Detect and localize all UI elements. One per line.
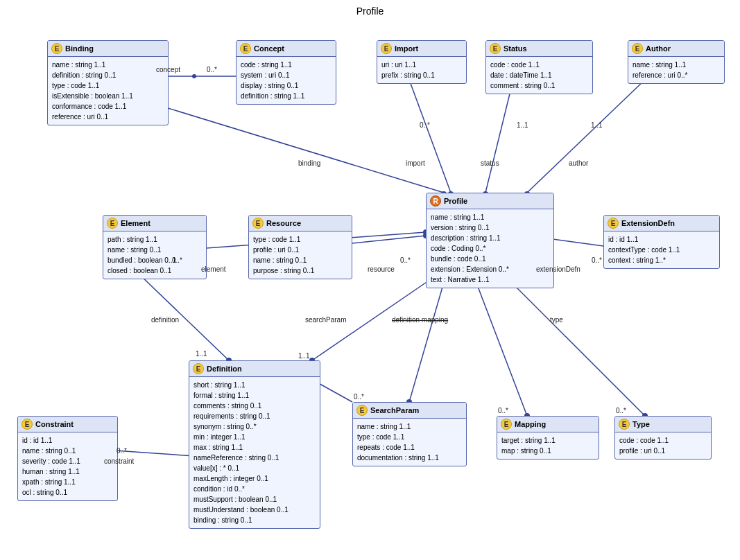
- profile-header: R Profile: [427, 193, 553, 209]
- status-11-label: 1..1: [517, 121, 528, 129]
- resource-header: E Resource: [249, 216, 352, 231]
- svg-line-8: [527, 80, 645, 193]
- binding-label: binding: [298, 159, 320, 167]
- mapping-header: E Mapping: [497, 417, 599, 432]
- author-box: E Author name : string 1..1 reference : …: [628, 40, 725, 84]
- field: profile : uri 0..1: [253, 245, 347, 255]
- field: short : string 1..1: [193, 380, 316, 390]
- status-body: code : code 1..1 date : dateTime 1..1 co…: [486, 57, 592, 94]
- field: bundle : code 0..1: [431, 254, 549, 264]
- svg-line-4: [409, 80, 451, 193]
- svg-line-22: [472, 270, 527, 416]
- searchparam-body: name : string 1..1 type : code 1..1 repe…: [353, 419, 466, 466]
- binding-title: Binding: [65, 44, 94, 53]
- constraint-label: constraint: [104, 457, 134, 465]
- field: code : string 1..1: [241, 60, 332, 70]
- import-body: uri : uri 1..1 prefix : string 0..1: [377, 57, 466, 83]
- field: isExtensible : boolean 1..1: [52, 91, 164, 101]
- field: text : Narrative 1..1: [431, 274, 549, 285]
- field: nameReference : string 0..1: [193, 453, 316, 463]
- field: context : string 1..*: [608, 255, 715, 265]
- defmap-label: definition mapping: [392, 316, 448, 324]
- author-header: E Author: [628, 41, 724, 57]
- field: type : code 1..1: [253, 234, 347, 245]
- status-header: E Status: [486, 41, 592, 57]
- type-mult-label: 0..*: [616, 407, 626, 414]
- definition-icon: E: [193, 363, 204, 374]
- element-header: E Element: [103, 216, 206, 231]
- field: requirements : string 0..1: [193, 411, 316, 421]
- resource-mult-label: 0..*: [400, 256, 411, 264]
- field: human : string 1..1: [22, 466, 113, 477]
- type-header: E Type: [615, 417, 711, 432]
- profile-body: name : string 1..1 version : string 0..1…: [427, 209, 553, 288]
- constraint-box: E Constraint id : id 1..1 name : string …: [17, 416, 118, 501]
- binding-box: E Binding name : string 1..1 definition …: [47, 40, 169, 125]
- field: ocl : string 0..1: [22, 487, 113, 498]
- mapping-box: E Mapping target : string 1..1 map : str…: [497, 416, 599, 460]
- field: name : string 0..1: [253, 255, 347, 265]
- field: documentation : string 1..1: [357, 453, 462, 463]
- svg-point-3: [192, 74, 196, 78]
- definition-body: short : string 1..1 formal : string 1..1…: [189, 377, 320, 528]
- field: name : string 1..1: [633, 60, 720, 70]
- field: date : dateTime 1..1: [490, 70, 588, 80]
- page-title: Profile: [0, 0, 740, 17]
- searchparam-box: E SearchParam name : string 1..1 type : …: [352, 402, 467, 466]
- extensiondefn-mult-label: 0..*: [592, 256, 602, 264]
- field: display : string 0..1: [241, 80, 332, 91]
- element-title: Element: [121, 219, 150, 227]
- field: severity : code 1..1: [22, 456, 113, 466]
- concept-box: E Concept code : string 1..1 system : ur…: [236, 40, 336, 105]
- element-label: element: [201, 265, 226, 273]
- field: synonym : string 0..*: [193, 421, 316, 432]
- element-mult-label: 0..*: [172, 256, 182, 264]
- author-icon: E: [632, 43, 643, 54]
- field: reference : uri 0..1: [52, 112, 164, 122]
- mapping-title: Mapping: [515, 420, 546, 428]
- field: xpath : string 1..1: [22, 477, 113, 487]
- svg-line-24: [499, 270, 645, 416]
- import-title: Import: [395, 44, 418, 53]
- profile-title: Profile: [444, 197, 467, 205]
- field: id : id 1..1: [22, 435, 113, 446]
- field: name : string 1..1: [431, 212, 549, 222]
- import-header: E Import: [377, 41, 466, 57]
- field: mustUnderstand : boolean 0..1: [193, 505, 316, 515]
- constraint-icon: E: [21, 419, 33, 430]
- import-11-label: 0..*: [420, 121, 430, 129]
- concept-icon: E: [240, 43, 251, 54]
- constraint-title: Constraint: [35, 420, 74, 428]
- extensiondefn-box: E ExtensionDefn id : id 1..1 contextType…: [603, 215, 720, 269]
- mapping-icon: E: [501, 419, 512, 430]
- import-label: import: [406, 159, 425, 167]
- field: code : Coding 0..*: [431, 243, 549, 254]
- definition-header: E Definition: [189, 361, 320, 377]
- author-label: author: [569, 159, 588, 167]
- field: mustSupport : boolean 0..1: [193, 494, 316, 505]
- constraint-mult-label: 0..*: [117, 447, 127, 455]
- field: comments : string 0..1: [193, 401, 316, 411]
- field: closed : boolean 0..1: [107, 265, 202, 276]
- field: definition : string 1..1: [241, 91, 332, 101]
- svg-line-18: [312, 270, 444, 360]
- field: system : uri 0..1: [241, 70, 332, 80]
- status-label: status: [481, 159, 499, 167]
- type-title: Type: [633, 420, 650, 428]
- concept-mult-label: 0..*: [207, 66, 217, 73]
- searchparam-icon: E: [356, 405, 368, 416]
- status-icon: E: [490, 43, 501, 54]
- author-body: name : string 1..1 reference : uri 0..*: [628, 57, 724, 83]
- field: name : string 0..1: [107, 245, 202, 255]
- field: definition : string 0..1: [52, 70, 164, 80]
- extensiondefn-icon: E: [608, 218, 619, 229]
- resource-label: resource: [368, 265, 395, 273]
- author-11-label: 1..1: [591, 121, 603, 129]
- field: min : integer 1..1: [193, 432, 316, 442]
- field: type : code 1..1: [52, 80, 164, 91]
- field: target : string 1..1: [501, 435, 594, 446]
- field: conformance : code 1..1: [52, 101, 164, 112]
- field: name : string 0..1: [22, 446, 113, 456]
- definition-11-label: 1..1: [196, 350, 207, 358]
- resource-icon: E: [252, 218, 264, 229]
